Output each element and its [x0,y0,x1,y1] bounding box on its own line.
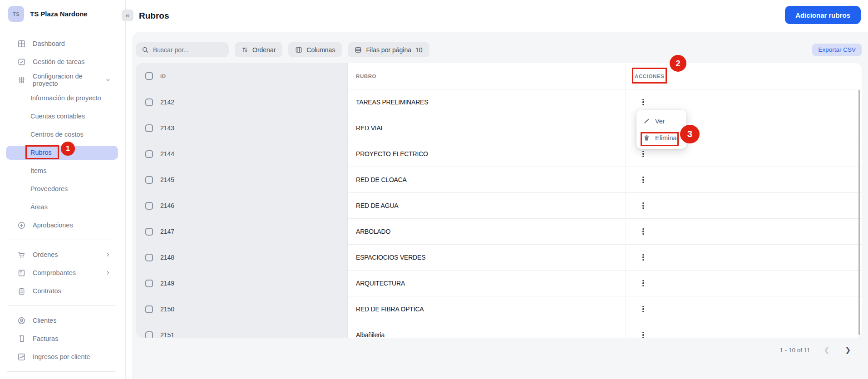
sidebar-item-clientes[interactable]: Clientes [0,311,125,330]
sidebar-item-label: Áreas [30,203,48,211]
row-actions-kebab-button[interactable] [638,96,648,108]
page-header: Rubros Adicionar rubros [126,0,868,32]
sidebar-item-label: Facturas [33,335,58,342]
sidebar-item-cuentas-contables[interactable]: Cuentas contables [0,107,125,125]
row-rubro: TAREAS PRELIMINARES [356,98,428,106]
cart-icon [17,251,26,259]
actions-cell [626,271,862,296]
add-rubros-button[interactable]: Adicionar rubros [785,6,861,24]
sidebar-item-informacion-de-proyecto[interactable]: Información de proyecto [0,89,125,107]
sort-button[interactable]: Ordenar [235,42,282,57]
sidebar-item-label: Dashboard [33,40,65,47]
sidebar-item-gestion-de-tareas[interactable]: Gestión de tareas [0,53,125,71]
annotation-box-rubros [25,145,59,159]
table-scrollbar[interactable] [858,90,860,335]
row-actions-kebab-button[interactable] [638,148,648,160]
rubro-cell: PROYECTO ELECTRICO [348,141,626,167]
search-box[interactable] [136,42,229,57]
search-input[interactable] [153,46,221,54]
row-actions-kebab-button[interactable] [638,174,648,186]
content-panel: Ordenar Columnas Filas por página 10 Exp… [132,32,868,379]
row-checkbox[interactable] [145,202,153,210]
id-cell: 2146 [136,193,348,218]
id-cell: 2147 [136,219,348,244]
row-id: 2146 [160,202,174,209]
row-actions-kebab-button[interactable] [638,329,648,338]
rubro-cell: RED DE FIBRA OPTICA [348,296,626,322]
table-row: 2149 ARQUITECTURA [136,270,862,296]
rows-icon [355,46,362,54]
row-rubro: RED DE CLOACA [356,176,407,183]
workspace-avatar: TS [8,6,24,22]
sidebar-item-configuracion-de-proyecto[interactable]: Configuracion de proyecto [0,71,125,89]
row-checkbox[interactable] [145,305,153,313]
sidebar-divider [7,305,116,306]
sidebar-item-ingresos-por-cliente[interactable]: Ingresos por cliente [0,348,125,366]
row-id: 2150 [160,305,174,313]
actions-cell [626,245,862,270]
sidebar-item-label: Ordenes [33,251,58,258]
annotation-box-acciones [632,68,667,84]
sidebar-item-label: Items [30,167,46,174]
row-checkbox[interactable] [145,254,153,261]
pagination-next-button[interactable]: ❯ [843,345,853,355]
sidebar-item-facturas[interactable]: Facturas [0,330,125,348]
row-id: 2145 [160,176,174,183]
table-body: 2142 TAREAS PRELIMINARES 2143 RED VIAL 2… [136,89,862,338]
sidebar-item-comprobantes[interactable]: Comprobantes [0,264,125,282]
rows-per-page-button[interactable]: Filas por página 10 [348,42,429,57]
actions-cell [626,322,862,338]
sort-label: Ordenar [252,46,276,54]
table-row: 2145 RED DE CLOACA [136,167,862,192]
row-checkbox[interactable] [145,331,153,338]
row-checkbox[interactable] [145,280,153,287]
actions-cell [626,193,862,218]
circle-plus-icon [17,221,26,230]
row-actions-kebab-button[interactable] [638,277,648,289]
sidebar-item-proveedores[interactable]: Proveedores [0,180,125,198]
row-rubro: RED VIAL [356,124,384,132]
table-row: 2142 TAREAS PRELIMINARES [136,89,862,115]
menu-item-ver[interactable]: Ver [636,113,686,129]
columns-button[interactable]: Columnas [288,42,342,57]
table-row: 2148 ESPACIOCIOS VERDES [136,244,862,270]
row-rubro: RED DE FIBRA OPTICA [356,305,424,313]
row-actions-kebab-button[interactable] [638,303,648,315]
sidebar-item-aprobaciones[interactable]: Aprobaciones [0,216,125,234]
annotation-step-1: 1 [61,142,75,156]
sidebar-item-contratos[interactable]: Contratos [0,282,125,300]
sidebar-item-dashboard[interactable]: Dashboard [0,34,125,53]
table-row: 2150 RED DE FIBRA OPTICA [136,296,862,322]
clipboard-icon [17,287,26,295]
sidebar-divider [7,371,116,372]
id-cell: 2150 [136,296,348,322]
document-icon [17,269,26,277]
rubro-cell: ARBOLADO [348,219,626,244]
row-checkbox[interactable] [145,176,153,184]
row-actions-kebab-button[interactable] [638,226,648,237]
id-header-cell: ID [136,63,348,89]
pagination-prev-button[interactable]: ❮ [822,345,832,355]
sidebar-item-label: Cuentas contables [30,113,85,120]
rubro-cell: RED DE AGUA [348,193,626,218]
sidebar-item-items[interactable]: Items [0,162,125,180]
rubros-table: ID RUBRO ACCIONES 2142 TAREAS PRELIMINAR… [136,63,862,338]
row-actions-kebab-button[interactable] [638,200,648,212]
sidebar-item-areas[interactable]: Áreas [0,198,125,216]
select-all-checkbox[interactable] [145,72,153,80]
columns-label: Columnas [306,46,335,54]
sidebar-collapse-button[interactable]: « [122,10,133,21]
sidebar-item-label: Proveedores [30,185,68,192]
export-csv-button[interactable]: Exportar CSV [812,44,862,56]
row-checkbox[interactable] [145,150,153,158]
id-cell: 2144 [136,141,348,167]
row-rubro: Albañileria [356,331,385,338]
row-rubro: PROYECTO ELECTRICO [356,150,428,158]
row-checkbox[interactable] [145,228,153,236]
sidebar-item-ordenes[interactable]: Ordenes [0,246,125,264]
sidebar-item-centros-de-costos[interactable]: Centros de costos [0,125,125,143]
page-title: Rubros [139,11,169,21]
row-checkbox[interactable] [145,98,153,106]
row-checkbox[interactable] [145,124,153,132]
row-actions-kebab-button[interactable] [638,251,648,263]
